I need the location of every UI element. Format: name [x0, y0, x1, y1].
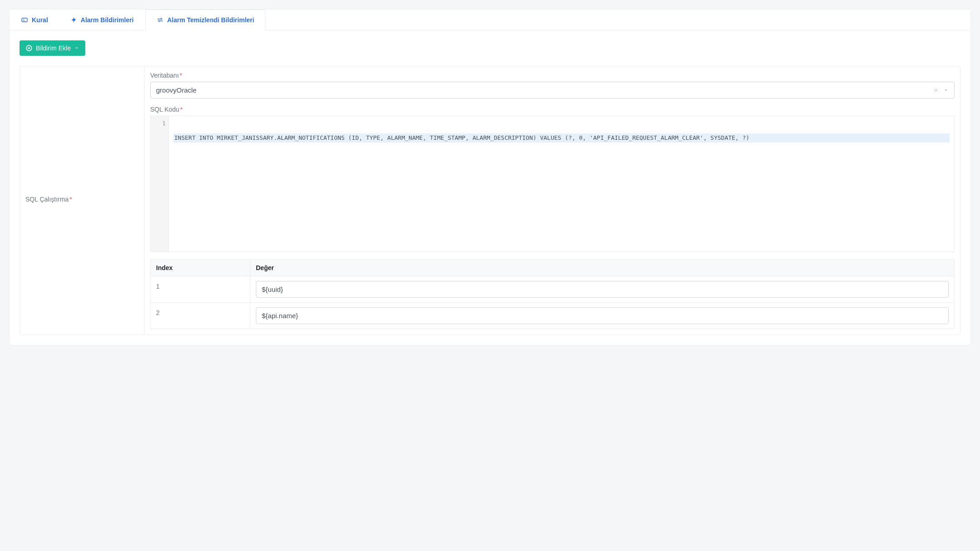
sql-code-text: INSERT INTO MIRKET_JANISSARY.ALARM_NOTIF… — [173, 133, 950, 143]
param-value-input[interactable] — [256, 307, 949, 324]
header-value: Değer — [250, 260, 955, 276]
tab-alarm-cleared-notifications[interactable]: Alarm Temizlendi Bildirimleri — [145, 10, 266, 30]
database-select[interactable]: groovyOracle — [150, 82, 955, 98]
params-table: Index Değer 1 — [150, 259, 955, 329]
param-value-input[interactable] — [256, 281, 949, 298]
left-pane: SQL Çalıştırma* — [20, 66, 145, 335]
form-area: SQL Çalıştırma* Veritabanı* groovyOracle — [20, 66, 960, 335]
tab-content: Bildirim Ekle SQL Çalıştırma* Veritabanı… — [10, 30, 970, 345]
plus-icon — [26, 45, 32, 51]
tab-alarm-notifications-label: Alarm Bildirimleri — [81, 16, 134, 24]
database-value: groovyOracle — [156, 86, 196, 94]
chevron-down-icon[interactable] — [943, 88, 949, 93]
svg-rect-0 — [22, 18, 27, 22]
tab-alarm-cleared-notifications-label: Alarm Temizlendi Bildirimleri — [167, 16, 255, 24]
tab-rule-label: Kural — [32, 16, 48, 24]
bolt-icon — [71, 16, 77, 24]
rule-icon — [21, 16, 28, 24]
exchange-icon — [157, 16, 164, 24]
code-gutter: 1 — [151, 116, 169, 251]
table-row: 1 — [151, 276, 955, 303]
sql-code-editor[interactable]: 1 INSERT INTO MIRKET_JANISSARY.ALARM_NOT… — [150, 116, 955, 252]
tab-rule[interactable]: Kural — [10, 10, 59, 30]
add-notification-button[interactable]: Bildirim Ekle — [20, 40, 85, 56]
sql-run-label: SQL Çalıştırma* — [25, 196, 72, 203]
select-clear-icon[interactable] — [933, 88, 939, 93]
param-index-cell: 2 — [151, 303, 250, 329]
code-body[interactable]: INSERT INTO MIRKET_JANISSARY.ALARM_NOTIF… — [169, 116, 954, 251]
param-index-cell: 1 — [151, 276, 250, 303]
param-value-cell — [250, 276, 955, 303]
database-label: Veritabanı* — [150, 72, 955, 79]
table-row: 2 — [151, 303, 955, 329]
add-notification-label: Bildirim Ekle — [36, 44, 71, 52]
right-pane: Veritabanı* groovyOracle — [145, 66, 960, 335]
sql-code-label: SQL Kodu* — [150, 106, 955, 113]
header-index: Index — [151, 260, 250, 276]
param-value-cell — [250, 303, 955, 329]
caret-down-icon — [74, 46, 79, 50]
table-header-row: Index Değer — [151, 260, 955, 276]
tabs-bar: Kural Alarm Bildirimleri Alarm Temizlend… — [10, 10, 970, 30]
tab-alarm-notifications[interactable]: Alarm Bildirimleri — [59, 10, 145, 30]
